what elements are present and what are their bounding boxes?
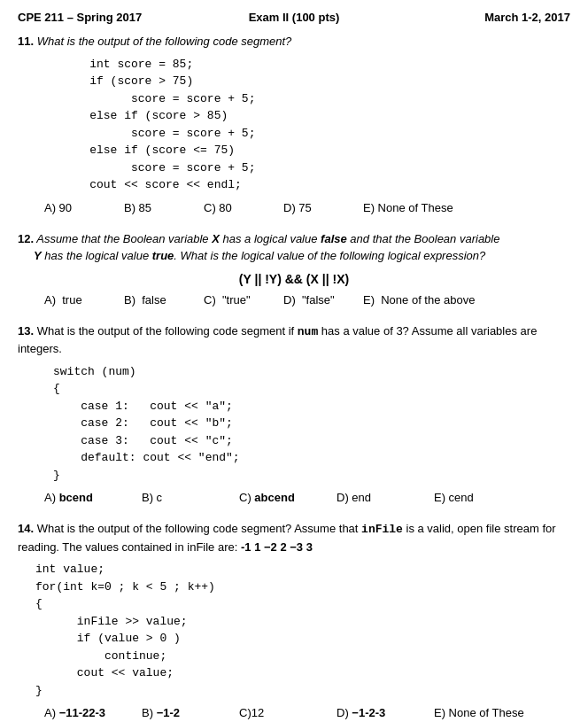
- code-line: int score = 85;: [62, 56, 570, 74]
- q11-number: 11.: [18, 35, 34, 48]
- q14-ansC: C)12: [239, 706, 328, 719]
- code-line: score = score + 5;: [62, 159, 570, 177]
- code-line: case 3: cout << "c";: [53, 432, 570, 450]
- q14-ansE: E) None of These: [434, 706, 524, 719]
- code-line: for(int k=0 ; k < 5 ; k++): [35, 578, 570, 596]
- question-11: 11. What is the output of the following …: [18, 33, 570, 214]
- q14-code: int value; for(int k=0 ; k < 5 ; k++) { …: [35, 561, 570, 699]
- code-line: inFile >> value;: [35, 613, 570, 631]
- code-line: cout << score << endl;: [62, 176, 570, 194]
- code-line: if (value > 0 ): [35, 630, 570, 648]
- code-line: continue;: [35, 648, 570, 665]
- code-line: switch (num): [53, 363, 570, 381]
- code-line: }: [35, 682, 570, 700]
- q13-answers: A) bcend B) c C) abcend D) end E) cend: [18, 491, 570, 504]
- q11-body: What is the output of the following code…: [37, 35, 292, 48]
- question-12: 12. Assume that the Boolean variable X h…: [18, 230, 570, 307]
- q12-text: 12. Assume that the Boolean variable X h…: [18, 230, 570, 265]
- code-line: else if (score <= 75): [62, 142, 570, 159]
- q12-ansE: E) None of the above: [363, 293, 475, 307]
- q11-ansE: E) None of These: [363, 201, 453, 214]
- q14-ansD: D) −1-2-3: [337, 706, 425, 719]
- code-line: int value;: [35, 561, 570, 578]
- q11-ansB: B) 85: [124, 201, 195, 214]
- code-line: score = score + 5;: [62, 125, 570, 143]
- q11-code: int score = 85; if (score > 75) score = …: [62, 56, 570, 194]
- question-13: 13. What is the output of the following …: [18, 322, 570, 505]
- q12-ansC: C) "true": [204, 293, 275, 307]
- q13-ansE: E) cend: [434, 491, 522, 504]
- code-line: default: cout << "end";: [53, 449, 570, 467]
- q12-ansB: B) false: [124, 293, 195, 307]
- q14-answers: A) −11-22-3 B) −1-2 C)12 D) −1-2-3 E) No…: [18, 706, 570, 719]
- question-14: 14. What is the output of the following …: [18, 520, 570, 719]
- q11-ansA: A) 90: [44, 201, 115, 214]
- q13-ansD: D) end: [337, 491, 425, 504]
- q11-text: 11. What is the output of the following …: [18, 33, 570, 50]
- q13-number: 13.: [18, 324, 34, 338]
- header-course: CPE 211 – Spring 2017: [18, 11, 202, 24]
- q11-ansC: C) 80: [204, 201, 275, 214]
- q13-code: switch (num) { case 1: cout << "a"; case…: [53, 363, 570, 485]
- code-line: if (score > 75): [62, 73, 570, 90]
- q13-ansA: A) bcend: [44, 491, 133, 504]
- q12-number: 12.: [18, 232, 34, 245]
- q14-body: What is the output of the following code…: [18, 522, 556, 554]
- code-line: }: [53, 467, 570, 485]
- q13-ansB: B) c: [142, 491, 230, 504]
- q12-answers: A) true B) false C) "true" D) "false" E)…: [18, 293, 570, 307]
- header-exam: Exam II (100 pts): [202, 11, 386, 24]
- q14-ansB: B) −1-2: [142, 706, 230, 719]
- q14-ansA: A) −11-22-3: [44, 706, 133, 719]
- q12-ansA: A) true: [44, 293, 115, 307]
- header-date: March 1-2, 2017: [386, 11, 570, 24]
- code-line: {: [35, 595, 570, 613]
- q14-number: 14.: [18, 522, 34, 535]
- q12-expression: (Y || !Y) && (X || !X): [18, 272, 570, 286]
- code-line: score = score + 5;: [62, 90, 570, 108]
- exam-header: CPE 211 – Spring 2017 Exam II (100 pts) …: [18, 11, 570, 24]
- q13-ansC: C) abcend: [239, 491, 328, 504]
- code-line: case 1: cout << "a";: [53, 398, 570, 415]
- q12-body: Assume that the Boolean variable X has a…: [18, 232, 499, 263]
- code-line: cout << value;: [35, 664, 570, 682]
- q14-text: 14. What is the output of the following …: [18, 520, 570, 555]
- q12-ansD: D) "false": [283, 293, 354, 307]
- q13-body: What is the output of the following code…: [18, 324, 537, 356]
- code-line: case 2: cout << "b";: [53, 415, 570, 432]
- code-line: {: [53, 380, 570, 398]
- q11-ansD: D) 75: [283, 201, 354, 214]
- code-line: else if (score > 85): [62, 107, 570, 125]
- q11-answers: A) 90 B) 85 C) 80 D) 75 E) None of These: [18, 201, 570, 214]
- q13-text: 13. What is the output of the following …: [18, 322, 570, 358]
